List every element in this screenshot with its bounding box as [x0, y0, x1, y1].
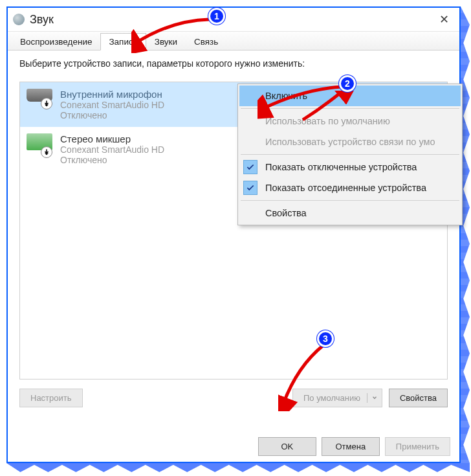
tabstrip: Воспроизведение Запись Звуки Связь — [8, 31, 459, 51]
configure-button[interactable]: Настроить — [19, 389, 83, 407]
menu-show-disconnected[interactable]: Показать отсоединенные устройства — [239, 177, 461, 198]
device-driver: Conexant SmartAudio HD — [60, 144, 164, 155]
device-text: Внутренний микрофон Conexant SmartAudio … — [60, 89, 164, 120]
tab-playback[interactable]: Воспроизведение — [12, 33, 100, 51]
window-title: Звук — [30, 13, 54, 27]
menu-set-default[interactable]: Использовать по умолчанию — [239, 111, 461, 131]
sound-dialog: Звук ✕ Воспроизведение Запись Звуки Связ… — [6, 6, 461, 463]
tab-content: Выберите устройство записи, параметры ко… — [8, 51, 459, 415]
device-buttons: Настроить По умолчанию Свойства — [19, 389, 448, 407]
device-status: Отключено — [60, 110, 164, 120]
titlebar: Звук ✕ — [8, 8, 459, 31]
device-icon — [25, 133, 54, 165]
arrow-down-icon — [41, 146, 52, 158]
chevron-down-icon[interactable] — [367, 393, 382, 403]
menu-separator — [241, 154, 459, 155]
properties-button[interactable]: Свойства — [389, 389, 448, 407]
instruction-text: Выберите устройство записи, параметры ко… — [19, 58, 448, 69]
menu-properties[interactable]: Свойства — [239, 203, 461, 223]
torn-edge-decoration — [6, 463, 470, 472]
tab-communications[interactable]: Связь — [186, 33, 226, 51]
cancel-button[interactable]: Отмена — [322, 437, 380, 456]
ok-button[interactable]: OK — [258, 437, 316, 456]
apply-button[interactable]: Применить — [385, 437, 450, 456]
sound-app-icon — [13, 14, 25, 25]
annotation-badge-2: 2 — [339, 75, 356, 92]
context-menu: Включить Использовать по умолчанию Испол… — [237, 84, 463, 225]
device-icon — [25, 89, 54, 120]
set-default-label: По умолчанию — [303, 393, 360, 403]
device-list: Внутренний микрофон Conexant SmartAudio … — [19, 82, 448, 380]
device-driver: Conexant SmartAudio HD — [60, 100, 164, 110]
dialog-buttons: OK Отмена Применить — [8, 431, 459, 462]
torn-edge-decoration — [461, 6, 470, 463]
annotation-badge-3: 3 — [317, 330, 334, 347]
device-name: Внутренний микрофон — [60, 89, 164, 100]
check-icon — [243, 181, 257, 195]
arrow-down-icon — [41, 98, 52, 109]
device-text: Стерео микшер Conexant SmartAudio HD Отк… — [60, 133, 164, 165]
menu-separator — [241, 108, 459, 109]
close-button[interactable]: ✕ — [434, 10, 454, 29]
device-name: Стерео микшер — [60, 133, 164, 144]
tab-recording[interactable]: Запись — [100, 33, 146, 51]
menu-show-disabled[interactable]: Показать отключенные устройства — [239, 157, 461, 177]
menu-label: Показать отключенные устройства — [265, 162, 417, 172]
menu-label: Показать отсоединенные устройства — [265, 183, 426, 193]
tab-sounds[interactable]: Звуки — [146, 33, 186, 51]
check-icon — [243, 160, 257, 174]
annotation-badge-1: 1 — [208, 8, 225, 25]
device-status: Отключено — [60, 155, 164, 165]
set-default-button[interactable]: По умолчанию — [292, 389, 382, 407]
menu-set-comm-default[interactable]: Использовать устройство связи по умо — [239, 131, 461, 152]
menu-separator — [241, 200, 459, 201]
